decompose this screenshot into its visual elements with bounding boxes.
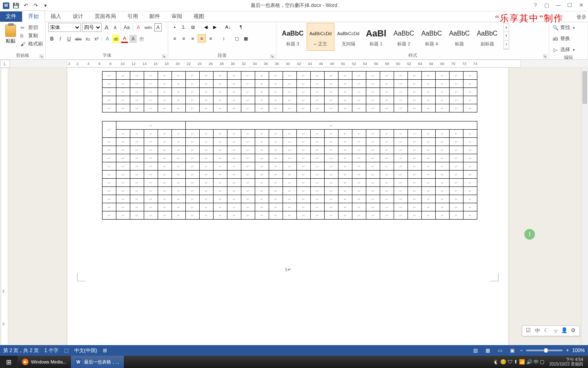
tab-layout[interactable]: 页面布局	[89, 11, 122, 22]
tray-icon[interactable]: 🛡	[508, 359, 512, 365]
view-read-button[interactable]: ▤	[471, 347, 480, 354]
clock[interactable]: 下午 4:54 2015/10/22 星期四	[547, 357, 586, 366]
align-distribute-button[interactable]: ≡	[207, 34, 215, 43]
font-color-button[interactable]: A	[121, 35, 128, 43]
select-button[interactable]: ▷选择▾	[552, 45, 576, 54]
minimize-button[interactable]: —	[554, 1, 563, 9]
copy-button[interactable]: ⎘复制	[20, 32, 43, 39]
tab-references[interactable]: 引用	[122, 11, 144, 22]
format-painter-button[interactable]: 🖌格式刷	[20, 40, 43, 47]
strike-button[interactable]: abc	[74, 35, 83, 43]
styles-gallery[interactable]: AaBbC标题 3AaBbCcDd↵ 正文AaBbCcDd无间隔AaBl标题 1…	[279, 23, 501, 51]
shading-button[interactable]: ▢	[233, 34, 241, 43]
phonetic-button[interactable]: wén	[143, 23, 153, 31]
borders-button[interactable]: ▦	[242, 34, 250, 43]
text-effects-button[interactable]: A	[104, 35, 111, 43]
tab-view[interactable]: 视图	[188, 11, 210, 22]
char-border-button[interactable]: A	[154, 23, 162, 31]
style-item[interactable]: AaBbCcDd无间隔	[334, 23, 362, 51]
start-button[interactable]: ⊞	[0, 356, 18, 368]
bold-button[interactable]: B	[48, 35, 56, 43]
align-left-button[interactable]: ≡	[171, 34, 179, 43]
tab-file[interactable]: 文件	[0, 11, 22, 22]
style-item[interactable]: AaBbC副标题	[473, 23, 501, 51]
tray-icon[interactable]: 🔊	[526, 359, 532, 365]
zoom-slider[interactable]	[526, 350, 563, 351]
tab-home[interactable]: 开始	[22, 10, 45, 22]
style-item[interactable]: AaBbCcDd↵ 正文	[307, 23, 334, 51]
paragraph-dialog-launcher[interactable]: ⬊	[270, 54, 274, 58]
cut-button[interactable]: ✂剪切	[20, 24, 43, 31]
horizontal-ruler[interactable]: 2246810121416182022242628303234363840424…	[67, 60, 521, 67]
view-web-button[interactable]: ▭	[495, 347, 504, 354]
clipboard-dialog-launcher[interactable]: ⬊	[40, 54, 44, 58]
status-language[interactable]: 中文(中国)	[74, 347, 97, 354]
status-insert[interactable]: ⊞	[103, 348, 107, 353]
status-words[interactable]: 1 个字	[45, 347, 58, 354]
close-button[interactable]: ✕	[577, 1, 586, 9]
help-button[interactable]: ?	[531, 1, 540, 9]
view-print-button[interactable]: ▦	[483, 347, 492, 354]
align-right-button[interactable]: ≡	[189, 34, 197, 43]
font-name-select[interactable]: 宋体	[48, 23, 81, 32]
styles-dialog-launcher[interactable]: ⬊	[543, 54, 547, 58]
ime-toolbar[interactable]: ☑中☾ッ👤⚙	[522, 325, 580, 336]
zoom-level[interactable]: 100%	[572, 348, 585, 353]
shrink-font-button[interactable]: A	[111, 23, 119, 31]
highlight-button[interactable]: ab	[112, 35, 120, 43]
tray-icon[interactable]: 📶	[519, 359, 525, 365]
zoom-in-button[interactable]: +	[566, 348, 569, 353]
tray-icon[interactable]: 中	[534, 359, 539, 365]
tab-insert[interactable]: 插入	[45, 11, 67, 22]
sort-button[interactable]: A↓	[224, 23, 232, 31]
underline-button[interactable]: U	[65, 35, 73, 43]
line-spacing-button[interactable]: ↕	[220, 34, 228, 43]
styles-scroller[interactable]: ▲▼▾	[503, 23, 509, 49]
undo-button[interactable]: ↶	[21, 1, 30, 10]
align-justify-button[interactable]: ≡	[198, 34, 206, 43]
maximize-button[interactable]: ☐	[565, 1, 574, 9]
paste-button[interactable]: 粘贴	[2, 23, 19, 45]
ime-item[interactable]: ッ	[552, 327, 559, 334]
taskbar-word[interactable]: W最后一也表格，...	[71, 356, 124, 368]
style-item[interactable]: AaBl标题 1	[362, 23, 390, 51]
status-page[interactable]: 第 2 页，共 2 页	[3, 347, 39, 354]
tray-icon[interactable]: 😊	[500, 359, 506, 365]
ime-item[interactable]: 👤	[561, 327, 568, 334]
table-2[interactable]	[102, 121, 477, 220]
tab-review[interactable]: 审阅	[166, 11, 188, 22]
vertical-scrollbar[interactable]	[581, 68, 588, 345]
numbering-button[interactable]: 1.	[180, 23, 188, 31]
table-1[interactable]	[102, 71, 477, 112]
align-center-button[interactable]: ≡	[180, 34, 188, 43]
grow-font-button[interactable]: A	[103, 23, 110, 31]
style-item[interactable]: AaBbC标题 3	[279, 23, 307, 51]
ime-item[interactable]: ⚙	[570, 327, 577, 334]
tray-icon[interactable]: ⬆	[514, 359, 518, 365]
document-area[interactable]: 2 2 1↵	[0, 68, 588, 345]
bullets-button[interactable]: •	[171, 23, 179, 31]
ime-item[interactable]: ☑	[525, 327, 532, 334]
style-item[interactable]: AaBbC标题 4	[418, 23, 445, 51]
multilevel-button[interactable]: ⊟	[189, 23, 197, 31]
replace-button[interactable]: ab替换	[552, 34, 571, 43]
font-dialog-launcher[interactable]: ⬊	[162, 54, 166, 58]
taskbar-wmp[interactable]: ▶Windows Media...	[18, 356, 71, 368]
clear-format-button[interactable]: A	[135, 23, 142, 31]
font-size-select[interactable]: 四号	[82, 23, 102, 32]
italic-button[interactable]: I	[57, 35, 64, 43]
redo-button[interactable]: ↷	[31, 1, 40, 10]
tab-selector[interactable]: L	[0, 60, 10, 68]
tray-icon[interactable]: 🐧	[493, 359, 499, 365]
subscript-button[interactable]: x₂	[84, 35, 91, 43]
ribbon-options-button[interactable]: ▢	[542, 1, 551, 9]
scrollbar-thumb[interactable]	[582, 71, 587, 104]
decrease-indent-button[interactable]: ◀	[202, 23, 210, 31]
save-button[interactable]: 💾	[11, 1, 20, 10]
char-shading-button[interactable]: A	[129, 35, 137, 43]
style-item[interactable]: AaBbC标题	[445, 23, 473, 51]
view-outline-button[interactable]: ▣	[508, 347, 517, 354]
tray-icon[interactable]: ▢	[540, 359, 544, 365]
login-link[interactable]: 登录	[577, 14, 586, 21]
ime-item[interactable]: 中	[534, 327, 541, 334]
